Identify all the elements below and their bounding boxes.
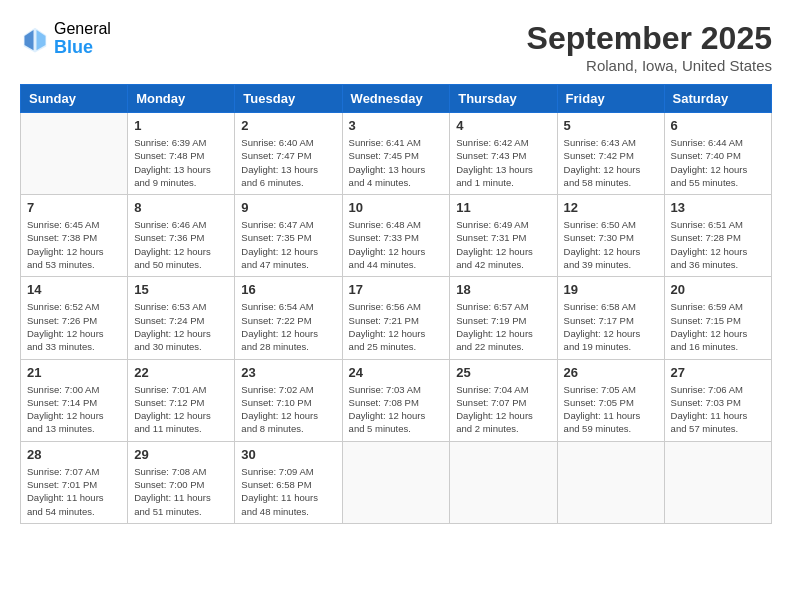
calendar-cell: 3Sunrise: 6:41 AM Sunset: 7:45 PM Daylig… [342, 113, 450, 195]
col-header-tuesday: Tuesday [235, 85, 342, 113]
calendar-cell: 23Sunrise: 7:02 AM Sunset: 7:10 PM Dayli… [235, 359, 342, 441]
calendar-cell: 5Sunrise: 6:43 AM Sunset: 7:42 PM Daylig… [557, 113, 664, 195]
day-number: 9 [241, 200, 335, 215]
logo-blue: Blue [54, 38, 111, 58]
day-number: 27 [671, 365, 765, 380]
day-number: 3 [349, 118, 444, 133]
calendar-cell: 19Sunrise: 6:58 AM Sunset: 7:17 PM Dayli… [557, 277, 664, 359]
day-info: Sunrise: 7:09 AM Sunset: 6:58 PM Dayligh… [241, 465, 335, 518]
calendar-cell: 14Sunrise: 6:52 AM Sunset: 7:26 PM Dayli… [21, 277, 128, 359]
logo-text: General Blue [54, 20, 111, 57]
day-number: 8 [134, 200, 228, 215]
day-info: Sunrise: 6:48 AM Sunset: 7:33 PM Dayligh… [349, 218, 444, 271]
calendar-week-row: 28Sunrise: 7:07 AM Sunset: 7:01 PM Dayli… [21, 441, 772, 523]
day-info: Sunrise: 6:42 AM Sunset: 7:43 PM Dayligh… [456, 136, 550, 189]
day-number: 13 [671, 200, 765, 215]
day-number: 30 [241, 447, 335, 462]
day-info: Sunrise: 7:04 AM Sunset: 7:07 PM Dayligh… [456, 383, 550, 436]
day-info: Sunrise: 6:49 AM Sunset: 7:31 PM Dayligh… [456, 218, 550, 271]
day-number: 7 [27, 200, 121, 215]
calendar-week-row: 1Sunrise: 6:39 AM Sunset: 7:48 PM Daylig… [21, 113, 772, 195]
calendar-week-row: 7Sunrise: 6:45 AM Sunset: 7:38 PM Daylig… [21, 195, 772, 277]
calendar-cell: 16Sunrise: 6:54 AM Sunset: 7:22 PM Dayli… [235, 277, 342, 359]
day-number: 1 [134, 118, 228, 133]
calendar-cell: 20Sunrise: 6:59 AM Sunset: 7:15 PM Dayli… [664, 277, 771, 359]
day-number: 28 [27, 447, 121, 462]
day-number: 12 [564, 200, 658, 215]
location-label: Roland, Iowa, United States [527, 57, 772, 74]
month-year-title: September 2025 [527, 20, 772, 57]
day-number: 11 [456, 200, 550, 215]
logo-general: General [54, 20, 111, 38]
calendar-cell: 25Sunrise: 7:04 AM Sunset: 7:07 PM Dayli… [450, 359, 557, 441]
col-header-saturday: Saturday [664, 85, 771, 113]
calendar-cell: 18Sunrise: 6:57 AM Sunset: 7:19 PM Dayli… [450, 277, 557, 359]
calendar-cell: 1Sunrise: 6:39 AM Sunset: 7:48 PM Daylig… [128, 113, 235, 195]
calendar-header-row: SundayMondayTuesdayWednesdayThursdayFrid… [21, 85, 772, 113]
calendar-cell [342, 441, 450, 523]
col-header-thursday: Thursday [450, 85, 557, 113]
day-info: Sunrise: 6:39 AM Sunset: 7:48 PM Dayligh… [134, 136, 228, 189]
calendar-cell: 2Sunrise: 6:40 AM Sunset: 7:47 PM Daylig… [235, 113, 342, 195]
calendar-cell: 26Sunrise: 7:05 AM Sunset: 7:05 PM Dayli… [557, 359, 664, 441]
logo-icon [20, 24, 50, 54]
day-info: Sunrise: 6:44 AM Sunset: 7:40 PM Dayligh… [671, 136, 765, 189]
day-number: 23 [241, 365, 335, 380]
calendar-cell: 27Sunrise: 7:06 AM Sunset: 7:03 PM Dayli… [664, 359, 771, 441]
day-info: Sunrise: 6:53 AM Sunset: 7:24 PM Dayligh… [134, 300, 228, 353]
calendar-cell: 28Sunrise: 7:07 AM Sunset: 7:01 PM Dayli… [21, 441, 128, 523]
logo: General Blue [20, 20, 111, 57]
day-number: 20 [671, 282, 765, 297]
day-number: 14 [27, 282, 121, 297]
calendar-cell: 15Sunrise: 6:53 AM Sunset: 7:24 PM Dayli… [128, 277, 235, 359]
day-info: Sunrise: 6:57 AM Sunset: 7:19 PM Dayligh… [456, 300, 550, 353]
calendar-week-row: 21Sunrise: 7:00 AM Sunset: 7:14 PM Dayli… [21, 359, 772, 441]
day-info: Sunrise: 7:08 AM Sunset: 7:00 PM Dayligh… [134, 465, 228, 518]
day-number: 18 [456, 282, 550, 297]
day-info: Sunrise: 6:52 AM Sunset: 7:26 PM Dayligh… [27, 300, 121, 353]
day-info: Sunrise: 7:06 AM Sunset: 7:03 PM Dayligh… [671, 383, 765, 436]
calendar-cell: 29Sunrise: 7:08 AM Sunset: 7:00 PM Dayli… [128, 441, 235, 523]
day-info: Sunrise: 6:45 AM Sunset: 7:38 PM Dayligh… [27, 218, 121, 271]
day-info: Sunrise: 6:58 AM Sunset: 7:17 PM Dayligh… [564, 300, 658, 353]
calendar-cell: 22Sunrise: 7:01 AM Sunset: 7:12 PM Dayli… [128, 359, 235, 441]
calendar-cell: 7Sunrise: 6:45 AM Sunset: 7:38 PM Daylig… [21, 195, 128, 277]
calendar-cell: 12Sunrise: 6:50 AM Sunset: 7:30 PM Dayli… [557, 195, 664, 277]
day-number: 19 [564, 282, 658, 297]
day-info: Sunrise: 6:59 AM Sunset: 7:15 PM Dayligh… [671, 300, 765, 353]
day-info: Sunrise: 7:03 AM Sunset: 7:08 PM Dayligh… [349, 383, 444, 436]
day-info: Sunrise: 7:07 AM Sunset: 7:01 PM Dayligh… [27, 465, 121, 518]
calendar-cell: 24Sunrise: 7:03 AM Sunset: 7:08 PM Dayli… [342, 359, 450, 441]
day-number: 10 [349, 200, 444, 215]
col-header-monday: Monday [128, 85, 235, 113]
day-info: Sunrise: 6:50 AM Sunset: 7:30 PM Dayligh… [564, 218, 658, 271]
page-header: General Blue September 2025 Roland, Iowa… [20, 20, 772, 74]
calendar-week-row: 14Sunrise: 6:52 AM Sunset: 7:26 PM Dayli… [21, 277, 772, 359]
day-number: 2 [241, 118, 335, 133]
calendar-cell: 4Sunrise: 6:42 AM Sunset: 7:43 PM Daylig… [450, 113, 557, 195]
day-number: 15 [134, 282, 228, 297]
calendar-table: SundayMondayTuesdayWednesdayThursdayFrid… [20, 84, 772, 524]
day-number: 16 [241, 282, 335, 297]
calendar-cell: 10Sunrise: 6:48 AM Sunset: 7:33 PM Dayli… [342, 195, 450, 277]
day-info: Sunrise: 6:40 AM Sunset: 7:47 PM Dayligh… [241, 136, 335, 189]
day-number: 24 [349, 365, 444, 380]
calendar-cell: 30Sunrise: 7:09 AM Sunset: 6:58 PM Dayli… [235, 441, 342, 523]
day-info: Sunrise: 6:46 AM Sunset: 7:36 PM Dayligh… [134, 218, 228, 271]
col-header-friday: Friday [557, 85, 664, 113]
day-info: Sunrise: 6:41 AM Sunset: 7:45 PM Dayligh… [349, 136, 444, 189]
calendar-cell: 11Sunrise: 6:49 AM Sunset: 7:31 PM Dayli… [450, 195, 557, 277]
day-number: 4 [456, 118, 550, 133]
calendar-cell: 9Sunrise: 6:47 AM Sunset: 7:35 PM Daylig… [235, 195, 342, 277]
calendar-cell: 13Sunrise: 6:51 AM Sunset: 7:28 PM Dayli… [664, 195, 771, 277]
day-info: Sunrise: 7:00 AM Sunset: 7:14 PM Dayligh… [27, 383, 121, 436]
day-number: 17 [349, 282, 444, 297]
col-header-wednesday: Wednesday [342, 85, 450, 113]
calendar-cell: 21Sunrise: 7:00 AM Sunset: 7:14 PM Dayli… [21, 359, 128, 441]
col-header-sunday: Sunday [21, 85, 128, 113]
day-info: Sunrise: 7:02 AM Sunset: 7:10 PM Dayligh… [241, 383, 335, 436]
day-number: 22 [134, 365, 228, 380]
day-number: 25 [456, 365, 550, 380]
day-info: Sunrise: 6:43 AM Sunset: 7:42 PM Dayligh… [564, 136, 658, 189]
day-number: 6 [671, 118, 765, 133]
